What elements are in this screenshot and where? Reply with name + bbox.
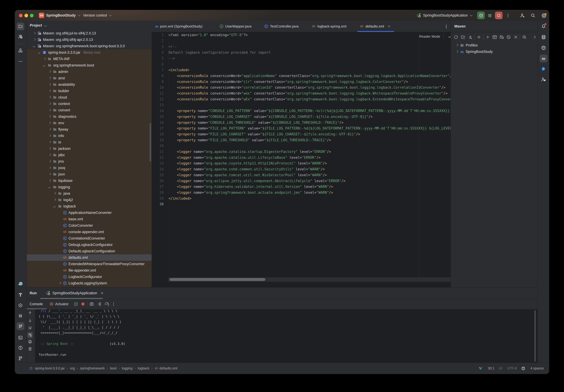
tree-row-LogbackConfigurator[interactable]: LogbackConfigurator (27, 274, 152, 280)
tree-chevron-icon[interactable] (53, 198, 56, 202)
tool-run-button[interactable] (16, 322, 24, 330)
breadcrumb-item[interactable]: spring-boot-3.3.0.jar (35, 366, 65, 370)
vcs-widget[interactable]: Version control (83, 10, 111, 21)
tree-chevron-icon[interactable] (48, 128, 51, 131)
tree-row-Maven: org.slf4j:slf4j-api:2.0.13[interactable]: Maven: org.slf4j:slf4j-api:2.0.13 (27, 36, 152, 43)
tree-chevron-icon[interactable] (32, 38, 36, 41)
indent-widget[interactable]: 4 spaces (531, 366, 544, 370)
tool-project-button[interactable] (16, 23, 24, 30)
tree-row-jooq[interactable]: jooq (27, 165, 152, 171)
settings-gear-icon[interactable] (541, 13, 547, 18)
run-panel-title[interactable]: Run (30, 291, 37, 295)
tool-chat-button[interactable] (540, 65, 548, 73)
breadcrumb-item[interactable]: boot (110, 366, 117, 370)
tree-row-liquibase[interactable]: liquibase (27, 177, 152, 184)
tool-pull-requests-button[interactable] (16, 33, 24, 41)
editor-hscrollbar-thumb[interactable] (169, 278, 265, 281)
tree-row-Maven: org.springframework.boot:spring-boot:3.3.0[interactable]: Maven: org.springframework.boot:spring-b… (27, 43, 152, 49)
tree-row-logging[interactable]: logging (27, 184, 152, 190)
tree-row-ColorConverter[interactable]: ColorConverter (27, 222, 152, 229)
tab-list-kebab-icon[interactable] (444, 24, 449, 29)
maven-profiler-icon[interactable] (522, 34, 527, 40)
line-ending-widget[interactable]: LF (499, 366, 503, 370)
close-run-tab-icon[interactable] (100, 291, 104, 295)
tree-row-jms[interactable]: jms (27, 158, 152, 165)
tree-chevron-icon[interactable] (48, 185, 51, 189)
maven-expand-icon[interactable] (532, 34, 537, 40)
tree-chevron-icon[interactable] (48, 134, 51, 137)
tool-ai-brackets-button[interactable] (16, 312, 24, 320)
tool-more-button[interactable] (16, 57, 24, 65)
maven-add-icon[interactable] (476, 34, 481, 40)
tree-row-base.xml[interactable]: base.xml (27, 216, 152, 222)
tree-chevron-icon[interactable] (48, 173, 51, 176)
breadcrumb-item[interactable]: springframework (80, 366, 105, 370)
tree-chevron-icon[interactable] (42, 64, 46, 67)
gauge-icon[interactable] (104, 301, 110, 307)
tree-row-logback[interactable]: logback (27, 203, 152, 209)
project-tree-scrollbar[interactable] (150, 123, 151, 162)
tool-database-button[interactable] (540, 33, 548, 41)
scroll-to-end-icon[interactable] (27, 332, 33, 338)
status-check-icon[interactable] (479, 366, 482, 370)
tree-chevron-icon[interactable] (48, 108, 51, 112)
console-tab[interactable]: Console (30, 299, 43, 309)
breadcrumb-item[interactable]: logback (138, 366, 149, 370)
maven-profiles-row[interactable]: Profiles (451, 42, 538, 48)
open-in-editor-icon[interactable] (97, 301, 102, 307)
breadcrumb-item[interactable]: org (70, 366, 75, 370)
tree-row-java[interactable]: java (27, 190, 152, 197)
tool-terminal-button[interactable] (16, 334, 24, 341)
project-panel-header[interactable]: Project (27, 21, 152, 30)
tool-maven-button[interactable]: m (540, 54, 548, 62)
tree-chevron-icon[interactable] (48, 70, 51, 73)
rerun-button[interactable] (477, 12, 485, 19)
tree-chevron-icon[interactable] (53, 192, 56, 195)
tree-row-admin[interactable]: admin (27, 68, 152, 75)
breadcrumbs[interactable]: spring-boot-3.3.0.jar›org›springframewor… (35, 366, 177, 370)
tree-chevron-icon[interactable] (48, 160, 51, 163)
ai-assistant-status-icon[interactable] (521, 366, 525, 370)
breadcrumb-item[interactable]: defaults.xml (159, 366, 177, 370)
tree-row-DebugLogbackConfigurator[interactable]: DebugLogbackConfigurator (27, 242, 152, 248)
maven-download-icon[interactable] (468, 34, 473, 40)
soft-wrap-icon[interactable] (27, 325, 33, 331)
tree-chevron-icon[interactable] (48, 95, 51, 99)
tree-chevron-icon[interactable] (48, 83, 51, 86)
tree-row-LogbackLoggingSystem[interactable]: LogbackLoggingSystem (27, 280, 152, 286)
run-tab[interactable]: SpringBootStudyApplication (46, 291, 104, 296)
tree-row-org.springframework.boot[interactable]: org.springframework.boot (27, 62, 152, 68)
editor-tab-TestController.java[interactable]: TestController.java (264, 21, 298, 32)
tree-row-info[interactable]: info (27, 133, 152, 139)
tree-row-context[interactable]: context (27, 101, 152, 107)
editor-tab-logback-spring.xml[interactable]: logback-spring.xml (312, 21, 346, 32)
tree-row-Maven: org.slf4j:jul-to-slf4j:2.0.13[interactable]: Maven: org.slf4j:jul-to-slf4j:2.0.13 (27, 30, 152, 36)
tree-chevron-icon[interactable] (48, 166, 51, 170)
rerun-icon[interactable] (73, 301, 79, 307)
scroll-down-icon[interactable] (27, 318, 33, 323)
tool-services-button[interactable] (16, 301, 24, 309)
maven-reload-sources-icon[interactable] (461, 34, 466, 40)
tree-chevron-icon[interactable] (48, 179, 51, 182)
tree-chevron-icon[interactable] (38, 51, 41, 54)
stop-icon[interactable] (80, 301, 86, 307)
search-everywhere-icon[interactable] (530, 13, 536, 18)
tree-row-env[interactable]: env (27, 120, 152, 126)
tree-row-ansi[interactable]: ansi (27, 75, 152, 81)
macos-minimize-button[interactable] (25, 14, 28, 17)
tool-version-control-button[interactable] (16, 354, 24, 362)
tool-ai-assistant-button[interactable] (540, 44, 548, 52)
tree-row-spring-boot-3.3.0.jar[interactable]: spring-boot-3.3.0.jar library root (27, 49, 152, 56)
run-config-widget[interactable]: SpringBootStudyApplication (416, 10, 472, 21)
clear-console-trash-icon[interactable] (27, 346, 33, 351)
breadcrumb-item[interactable]: logging (122, 366, 133, 370)
tool-build-button[interactable] (16, 291, 24, 299)
code-with-me-icon[interactable] (520, 13, 525, 18)
tree-row-META-INF[interactable]: META-INF (27, 56, 152, 62)
tool-problems-button[interactable] (16, 344, 24, 352)
tree-chevron-icon[interactable] (42, 57, 46, 61)
tree-chevron-icon[interactable] (32, 31, 36, 35)
tree-row-file-appender.xml[interactable]: file-appender.xml (27, 267, 152, 274)
tree-row-builder[interactable]: builder (27, 88, 152, 94)
tree-row-flyway[interactable]: flyway (27, 126, 152, 133)
